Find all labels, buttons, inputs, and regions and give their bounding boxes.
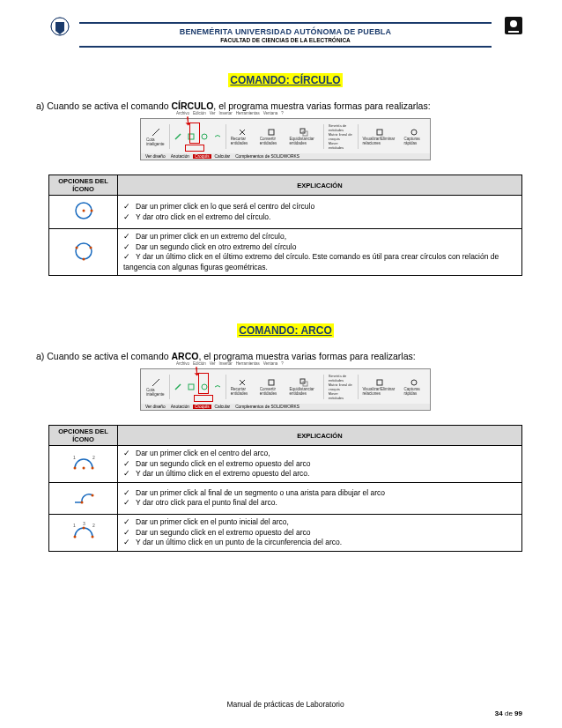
table-row: ✓Dar un primer click en un extremo del c…: [49, 229, 522, 276]
svg-point-31: [80, 501, 83, 503]
svg-point-35: [91, 535, 93, 538]
ribbon-cota: Cota inteligente: [144, 127, 166, 146]
svg-point-16: [75, 246, 78, 249]
arc-3point-icon: 132: [49, 515, 118, 551]
table-row: 12 ✓Dar un primer click en el centro del…: [49, 446, 522, 482]
svg-point-13: [82, 210, 85, 212]
section-title-circulo: COMANDO: CÍRCULO: [228, 73, 342, 87]
th-explain: EXPLICACIÓN: [118, 175, 522, 196]
intro-arco: a) Cuando se activa el comando ARCO, el …: [36, 351, 522, 361]
solidworks-toolbar-arco: ArchivoEdiciónVerInsertarHerramientasVen…: [140, 368, 431, 411]
options-table-arco: OPCIONES DEL ÍCONO EXPLICACIÓN 12 ✓Dar u…: [48, 425, 522, 551]
faculty-logo: [503, 15, 524, 38]
arc-centerpoint-icon: 12: [49, 446, 118, 482]
faculty-subtitle: FACULTAD DE CIENCIAS DE LA ELECTRÓNICA: [79, 37, 492, 43]
circle-center-icon: [49, 196, 118, 229]
table-row: ✓Dar un primer click en lo que será el c…: [49, 196, 522, 229]
svg-point-27: [73, 466, 76, 469]
university-shield-logo: [47, 15, 73, 43]
svg-point-17: [89, 246, 92, 249]
intro-circulo: a) Cuando se activa el comando CÍRCULO, …: [36, 100, 522, 111]
page-number: 34 de 99: [495, 709, 522, 717]
svg-point-33: [73, 535, 76, 538]
university-title: BENEMÉRITA UNIVERSIDAD AUTÓNOMA DE PUEBL…: [79, 27, 492, 36]
svg-point-28: [91, 466, 93, 469]
table-row: ✓Dar un primer click al final de un segm…: [49, 482, 522, 514]
svg-text:1: 1: [73, 523, 76, 528]
svg-rect-7: [269, 130, 274, 135]
section-title-arco: COMANDO: ARCO: [237, 323, 334, 338]
svg-point-18: [82, 257, 85, 260]
arc-tangent-icon: [49, 482, 118, 514]
svg-point-11: [411, 130, 417, 135]
options-table-circulo: OPCIONES DEL ÍCONO EXPLICACIÓN ✓Dar un p…: [48, 175, 522, 276]
svg-rect-19: [189, 384, 194, 390]
svg-point-26: [82, 466, 85, 469]
footer-text: Manual de prácticas de Laboratorio: [226, 700, 344, 709]
svg-point-25: [411, 380, 417, 385]
svg-point-3: [510, 20, 517, 27]
footer: Manual de prácticas de Laboratorio 34 de…: [48, 700, 522, 709]
th-icon: OPCIONES DEL ÍCONO: [49, 175, 118, 196]
svg-text:3: 3: [83, 521, 85, 526]
svg-text:2: 2: [92, 455, 95, 460]
svg-point-6: [202, 134, 207, 139]
svg-rect-4: [508, 31, 519, 33]
table-row: 132 ✓Dar un primer click en el punto ini…: [49, 515, 522, 551]
svg-text:1: 1: [73, 455, 76, 460]
svg-point-34: [82, 526, 85, 529]
solidworks-toolbar-circulo: ArchivoEdiciónVerInsertarHerramientasVen…: [140, 118, 431, 160]
svg-rect-10: [377, 130, 382, 135]
svg-rect-24: [377, 380, 382, 385]
svg-point-15: [76, 243, 92, 259]
circle-3point-icon: [49, 229, 118, 276]
svg-point-14: [90, 210, 92, 212]
svg-rect-21: [269, 380, 274, 385]
svg-point-32: [91, 494, 93, 496]
svg-text:2: 2: [92, 523, 95, 528]
